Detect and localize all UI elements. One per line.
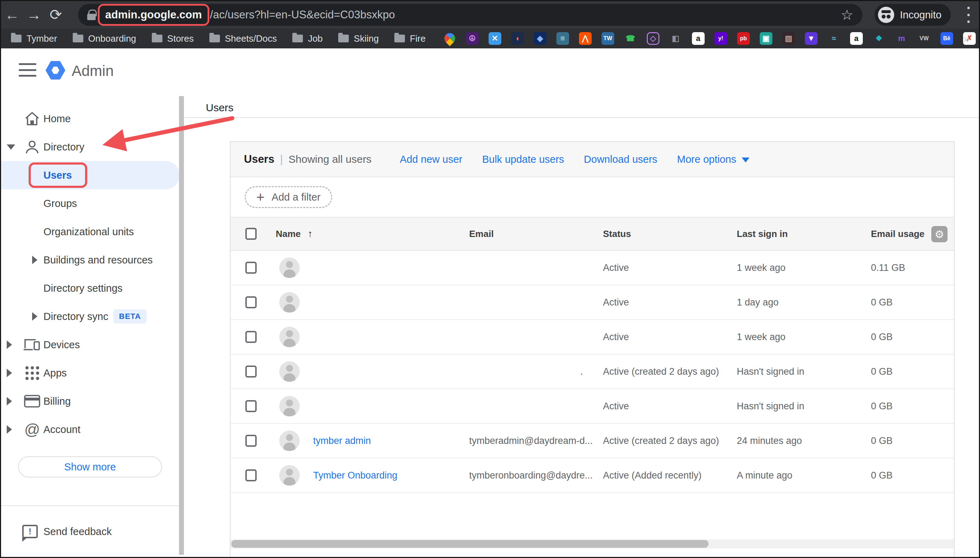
bookmark-folder-stores[interactable]: Stores bbox=[152, 33, 194, 44]
table-row[interactable]: Active 1 week ago 0.11 GB bbox=[231, 251, 954, 286]
row-checkbox[interactable] bbox=[245, 435, 257, 447]
favicon-phone-green[interactable]: ☎ bbox=[624, 32, 637, 45]
favicon-vw[interactable]: VW bbox=[918, 32, 931, 45]
favicon-behance[interactable]: Bē bbox=[941, 32, 953, 45]
bookmark-folder-onboarding[interactable]: Onboarding bbox=[73, 33, 136, 44]
chevron-down-icon[interactable] bbox=[7, 144, 15, 150]
user-last-sign-in: 1 week ago bbox=[737, 320, 785, 354]
table-row[interactable]: Active 1 week ago 0 GB bbox=[231, 320, 954, 354]
table-row[interactable]: . Active (created 2 days ago) Hasn't sig… bbox=[231, 354, 954, 389]
sidebar-item-apps[interactable]: Apps bbox=[1, 359, 180, 387]
favicon-amazon-2[interactable]: a bbox=[850, 32, 863, 45]
bulk-update-users-link[interactable]: Bulk update users bbox=[482, 154, 564, 165]
bookmark-folder-sheets-docs[interactable]: Sheets/Docs bbox=[209, 33, 277, 44]
sidebar-item-groups[interactable]: Groups bbox=[1, 189, 180, 218]
user-email: tymberonboarding@daydre... bbox=[469, 458, 596, 492]
favicon-amazon[interactable]: a bbox=[692, 32, 705, 45]
chevron-right-icon[interactable] bbox=[32, 312, 38, 321]
row-checkbox[interactable] bbox=[245, 331, 257, 343]
users-card: Users | Showing all users Add new user B… bbox=[230, 141, 955, 558]
user-email bbox=[469, 286, 596, 319]
browser-menu-icon[interactable] bbox=[967, 7, 970, 23]
favicon-diamond-navy[interactable]: ◆ bbox=[534, 32, 546, 45]
table-row[interactable]: Active Hasn't signed in 0 GB bbox=[231, 389, 954, 424]
add-filter-button[interactable]: + Add a filter bbox=[245, 186, 332, 208]
favicon-teal-app[interactable]: ▣ bbox=[760, 32, 772, 45]
sidebar-item-directory[interactable]: Directory bbox=[1, 133, 180, 161]
column-header-status[interactable]: Status bbox=[603, 218, 631, 250]
sidebar-item-users[interactable]: Users bbox=[1, 161, 180, 189]
sidebar-item-directory-settings[interactable]: Directory settings bbox=[1, 274, 180, 302]
favicon-mountain-teal[interactable]: ≈ bbox=[828, 32, 840, 45]
horizontal-scrollbar-thumb[interactable] bbox=[231, 540, 708, 548]
favicon-monday-purple[interactable]: m bbox=[895, 32, 908, 45]
chevron-right-icon[interactable] bbox=[7, 369, 12, 377]
send-feedback[interactable]: ! Send feedback bbox=[1, 505, 180, 557]
favicon-x-blue[interactable]: ✕ bbox=[489, 32, 501, 45]
add-new-user-link[interactable]: Add new user bbox=[400, 154, 462, 165]
bookmark-label: Skiing bbox=[354, 33, 379, 44]
column-settings-gear-icon[interactable]: ⚙ bbox=[931, 226, 947, 242]
chevron-right-icon[interactable] bbox=[32, 256, 38, 264]
more-options-dropdown[interactable]: More options bbox=[677, 154, 750, 165]
bookmark-folder-skiing[interactable]: Skiing bbox=[338, 33, 379, 44]
sidebar-item-home[interactable]: Home bbox=[1, 105, 180, 133]
favicon-paw-teal[interactable]: ❖ bbox=[873, 32, 885, 45]
column-header-name[interactable]: Name↑ bbox=[276, 218, 313, 250]
favicon-teal-site[interactable]: ≡ bbox=[556, 32, 569, 45]
show-more-button[interactable]: Show more bbox=[18, 456, 162, 478]
row-checkbox[interactable] bbox=[245, 366, 257, 377]
select-all-checkbox[interactable] bbox=[245, 228, 257, 240]
download-users-link[interactable]: Download users bbox=[584, 154, 657, 165]
sidebar-scrollbar[interactable] bbox=[179, 96, 184, 555]
bookmarks-overflow-icon[interactable]: » bbox=[963, 32, 970, 46]
at-sign-icon: @ bbox=[22, 420, 42, 439]
favicon-purple-triangle[interactable]: ▼ bbox=[805, 32, 818, 45]
sidebar-item-account[interactable]: @ Account bbox=[1, 415, 180, 443]
favicon-yahoo[interactable]: y! bbox=[715, 32, 727, 45]
browser-refresh-icon[interactable]: ⟳ bbox=[45, 7, 67, 22]
url-domain: admin.google.com bbox=[105, 8, 202, 21]
row-checkbox[interactable] bbox=[245, 296, 257, 308]
address-bar[interactable]: admin.google.com /ac/users?hl=en-US&ecid… bbox=[78, 4, 862, 26]
column-header-email[interactable]: Email bbox=[469, 218, 494, 250]
browser-back-icon[interactable]: ← bbox=[1, 7, 23, 22]
user-name-link[interactable]: tymber admin bbox=[313, 424, 371, 458]
row-checkbox[interactable] bbox=[245, 400, 257, 412]
row-checkbox[interactable] bbox=[245, 262, 257, 274]
chevron-right-icon[interactable] bbox=[7, 397, 12, 405]
bookmark-star-icon[interactable]: ☆ bbox=[841, 7, 853, 23]
favicon-strava-orange[interactable]: ⋀ bbox=[579, 32, 592, 45]
billing-card-icon bbox=[22, 391, 42, 411]
sidebar-item-buildings-resources[interactable]: Buildings and resources bbox=[1, 246, 180, 274]
sidebar-item-directory-sync[interactable]: Directory sync BETA bbox=[1, 302, 180, 331]
bookmark-folder-fire[interactable]: Fire bbox=[394, 33, 426, 44]
chevron-right-icon[interactable] bbox=[7, 340, 12, 349]
row-checkbox[interactable] bbox=[245, 469, 257, 481]
user-status: Active (created 2 days ago) bbox=[603, 424, 719, 458]
favicon-pb-red[interactable]: pb bbox=[737, 32, 750, 45]
sidebar-item-organizational-units[interactable]: Organizational units bbox=[1, 218, 180, 246]
favicon-fox-navy[interactable]: ◖ bbox=[511, 32, 524, 45]
favicon-purple-outline[interactable]: ◇ bbox=[647, 32, 659, 45]
table-row[interactable]: Active 1 day ago 0 GB bbox=[231, 286, 954, 320]
table-row[interactable]: Tymber Onboarding tymberonboarding@daydr… bbox=[231, 458, 954, 493]
browser-forward-icon[interactable]: → bbox=[23, 7, 45, 22]
favicon-tw-blue[interactable]: TW bbox=[602, 32, 614, 45]
bookmark-folder-tymber[interactable]: Tymber bbox=[11, 33, 57, 44]
column-header-email-usage[interactable]: Email usage bbox=[871, 218, 924, 250]
favicon-google-maps[interactable] bbox=[442, 31, 457, 46]
sidebar-item-billing[interactable]: Billing bbox=[1, 387, 180, 415]
favicon-dark-photo[interactable]: ▨ bbox=[782, 32, 795, 45]
user-name-link[interactable]: Tymber Onboarding bbox=[313, 458, 398, 492]
sidebar-item-devices[interactable]: Devices bbox=[1, 331, 180, 359]
horizontal-scrollbar[interactable] bbox=[231, 539, 954, 548]
chevron-right-icon[interactable] bbox=[7, 425, 12, 434]
favicon-gray-box[interactable]: ◧ bbox=[669, 32, 682, 45]
sort-ascending-icon: ↑ bbox=[308, 228, 313, 240]
table-row[interactable]: tymber admin tymberadmin@daydream-d... A… bbox=[231, 424, 954, 458]
favicon-peace-purple[interactable]: ☮ bbox=[466, 32, 479, 45]
bookmark-folder-job[interactable]: Job bbox=[292, 33, 323, 44]
column-header-last-sign-in[interactable]: Last sign in bbox=[737, 218, 788, 250]
menu-hamburger-icon[interactable] bbox=[19, 63, 36, 77]
